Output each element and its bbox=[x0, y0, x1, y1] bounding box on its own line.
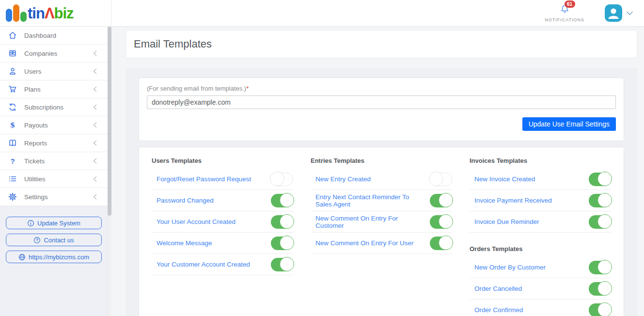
template-link-entry-next-contact-reminder-to-sales-agent[interactable]: Entry Next Contact Reminder To Sales Age… bbox=[315, 193, 430, 208]
toggle-switch[interactable] bbox=[589, 215, 611, 229]
chevron-left-icon bbox=[93, 140, 97, 146]
sidebar-item-label: Payouts bbox=[24, 122, 93, 129]
template-row: New Comment On Entry For Customer bbox=[311, 211, 452, 233]
toggle-knob bbox=[597, 281, 612, 296]
toggle-switch[interactable] bbox=[271, 258, 293, 271]
sidebar-item-reports[interactable]: Reports bbox=[0, 134, 108, 152]
sidebar-item-label: Tickets bbox=[24, 158, 93, 165]
template-group-orders-templates: Orders TemplatesNew Order By CustomerOrd… bbox=[470, 245, 611, 316]
toggle-switch[interactable] bbox=[589, 303, 611, 316]
content-panel: (For sending email from templates.)* Upd… bbox=[126, 68, 637, 316]
toggle-switch[interactable] bbox=[271, 194, 293, 207]
sender-email-input[interactable] bbox=[147, 95, 616, 109]
globe-icon bbox=[18, 253, 26, 261]
template-link-your-user-account-created[interactable]: Your User Account Created bbox=[157, 218, 240, 225]
toggle-switch[interactable] bbox=[589, 194, 611, 207]
sidebar-scrollbar[interactable] bbox=[108, 27, 111, 316]
template-link-forgot-reset-password-request[interactable]: Forgot/Reset Password Request bbox=[157, 175, 256, 183]
user-avatar[interactable] bbox=[605, 4, 622, 22]
template-row: New Invoice Created bbox=[470, 169, 611, 190]
toggle-switch[interactable] bbox=[430, 215, 452, 229]
template-row: New Order By Customer bbox=[470, 257, 611, 278]
toggle-knob bbox=[597, 260, 612, 274]
template-link-order-cancelled[interactable]: Order Cancelled bbox=[474, 285, 527, 292]
companies-icon bbox=[7, 49, 18, 58]
sidebar-scrollbar-thumb[interactable] bbox=[108, 27, 111, 216]
toggle-switch[interactable] bbox=[271, 173, 293, 186]
sidebar-item-subscriptions[interactable]: Subscriptions bbox=[0, 98, 108, 116]
toggle-knob bbox=[597, 302, 612, 316]
button-label: Contact us bbox=[44, 237, 74, 244]
template-link-your-customer-account-created[interactable]: Your Customer Account Created bbox=[157, 261, 255, 268]
form-actions: Update Use Email Settings bbox=[147, 117, 616, 131]
sidebar-item-plans[interactable]: Plans bbox=[0, 80, 108, 98]
sidebar-item-utilities[interactable]: Utilities bbox=[0, 170, 108, 188]
chevron-left-icon bbox=[93, 194, 97, 200]
chevron-left-icon bbox=[93, 122, 97, 128]
sidebar-item-tickets[interactable]: ? Tickets bbox=[0, 152, 108, 170]
update-email-settings-button[interactable]: Update Use Email Settings bbox=[522, 117, 616, 131]
template-group-title: Entries Templates bbox=[311, 157, 452, 164]
sidebar-item-companies[interactable]: Companies bbox=[0, 45, 108, 63]
template-row: Forgot/Reset Password Request bbox=[152, 169, 293, 190]
chevron-left-icon bbox=[93, 158, 97, 164]
toggle-switch[interactable] bbox=[430, 173, 452, 186]
brand-logo[interactable]: tinΛbiz bbox=[0, 0, 111, 26]
contact-us-button[interactable]: ?Contact us bbox=[6, 234, 102, 246]
template-row: Welcome Message bbox=[152, 233, 293, 254]
template-row: Entry Next Contact Reminder To Sales Age… bbox=[311, 190, 452, 211]
sidebar-item-label: Reports bbox=[24, 140, 93, 147]
sidebar-item-users[interactable]: Users bbox=[0, 63, 108, 80]
template-link-new-comment-on-entry-for-user[interactable]: New Comment On Entry For User bbox=[315, 239, 419, 247]
toggle-switch[interactable] bbox=[589, 173, 611, 186]
template-link-welcome-message[interactable]: Welcome Message bbox=[157, 239, 217, 247]
template-link-new-comment-on-entry-for-customer[interactable]: New Comment On Entry For Customer bbox=[315, 215, 430, 229]
templates-grid: Users TemplatesForgot/Reset Password Req… bbox=[152, 157, 611, 316]
toggle-switch[interactable] bbox=[430, 237, 452, 250]
template-link-new-invoice-created[interactable]: New Invoice Created bbox=[474, 175, 540, 183]
template-link-password-changed[interactable]: Password Changed bbox=[157, 197, 219, 204]
sidebar-item-label: Dashboard bbox=[24, 32, 97, 39]
template-group-title: Orders Templates bbox=[470, 245, 611, 253]
sidebar: Dashboard Companies Users Plans Subscrip… bbox=[0, 27, 111, 316]
toggle-knob bbox=[597, 214, 612, 229]
topbar-actions: 61 NOTIFICATIONS bbox=[111, 0, 644, 26]
sidebar-item-label: Subscriptions bbox=[24, 104, 93, 111]
dollar-icon: $ bbox=[7, 121, 18, 129]
sidebar-item-dashboard[interactable]: Dashboard bbox=[0, 27, 108, 45]
bell-icon: 61 bbox=[560, 4, 570, 16]
notifications-button[interactable]: 61 NOTIFICATIONS bbox=[545, 4, 584, 22]
template-link-order-confirmed[interactable]: Order Confirmed bbox=[474, 306, 528, 314]
toggle-knob bbox=[597, 193, 612, 207]
question-circle-icon: ? bbox=[33, 237, 41, 244]
chevron-left-icon bbox=[93, 176, 97, 182]
site-link-button[interactable]: https://mybizcms.com bbox=[6, 251, 102, 263]
templates-column-1: Users TemplatesForgot/Reset Password Req… bbox=[152, 157, 293, 316]
template-link-invoice-payment-received[interactable]: Invoice Payment Received bbox=[474, 197, 557, 204]
toggle-switch[interactable] bbox=[271, 215, 293, 229]
sidebar-menu: Dashboard Companies Users Plans Subscrip… bbox=[0, 27, 111, 206]
template-row: New Entry Created bbox=[311, 169, 452, 190]
toggle-switch[interactable] bbox=[271, 237, 293, 250]
toggle-knob bbox=[439, 193, 453, 207]
required-asterisk: * bbox=[246, 85, 249, 92]
toggle-switch[interactable] bbox=[589, 282, 611, 296]
sidebar-item-settings[interactable]: Settings bbox=[0, 188, 108, 206]
template-row: Your User Account Created bbox=[152, 211, 293, 233]
list-icon bbox=[7, 174, 18, 183]
template-link-invoice-due-reminder[interactable]: Invoice Due Reminder bbox=[474, 218, 544, 225]
toggle-switch[interactable] bbox=[589, 261, 611, 274]
templates-column-3: Invoices TemplatesNew Invoice CreatedInv… bbox=[470, 157, 611, 316]
button-label: https://mybizcms.com bbox=[29, 253, 89, 261]
chevron-left-icon bbox=[93, 68, 97, 74]
update-system-button[interactable]: Update System bbox=[6, 217, 102, 229]
sidebar-item-payouts[interactable]: $ Payouts bbox=[0, 116, 108, 134]
users-icon bbox=[7, 67, 18, 76]
template-link-new-order-by-customer[interactable]: New Order By Customer bbox=[474, 264, 550, 271]
chevron-down-icon[interactable] bbox=[626, 11, 633, 16]
sidebar-item-label: Utilities bbox=[24, 175, 93, 183]
template-row: Order Confirmed bbox=[470, 300, 611, 316]
template-link-new-entry-created[interactable]: New Entry Created bbox=[315, 175, 376, 183]
toggle-switch[interactable] bbox=[430, 194, 452, 207]
toggle-knob bbox=[597, 172, 612, 186]
